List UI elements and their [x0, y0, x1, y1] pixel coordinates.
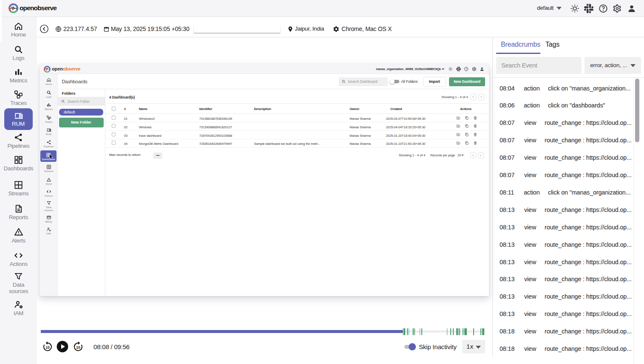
svg-text:10: 10 — [76, 345, 80, 350]
svg-text:10: 10 — [45, 345, 50, 350]
